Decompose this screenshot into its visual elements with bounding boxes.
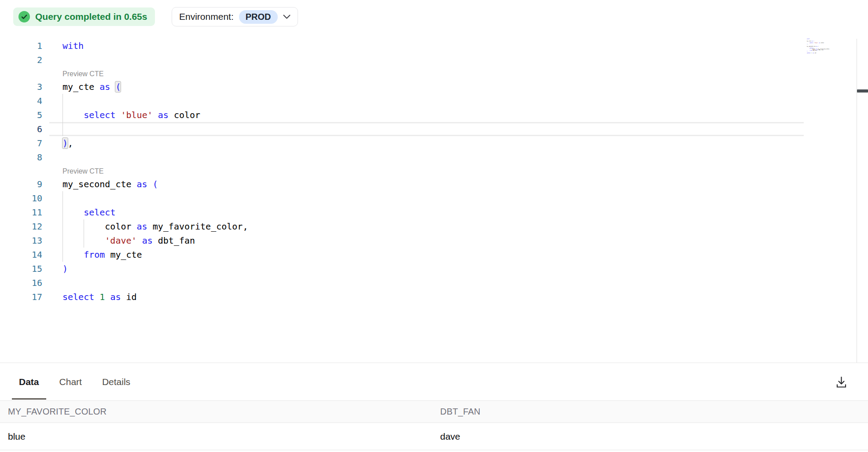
indent-guide bbox=[63, 191, 63, 262]
preview-cte-label: Preview CTE bbox=[49, 164, 804, 177]
code-line-text bbox=[49, 122, 804, 136]
line-number: 16 bbox=[0, 276, 49, 290]
code-line[interactable]: 4 bbox=[0, 94, 804, 108]
line-number: 13 bbox=[0, 233, 49, 248]
top-bar: Query completed in 0.65s Environment: PR… bbox=[0, 0, 868, 39]
environment-value-badge: PROD bbox=[239, 10, 278, 24]
download-icon bbox=[835, 375, 848, 389]
line-number bbox=[0, 67, 49, 80]
line-number: 4 bbox=[0, 94, 49, 108]
tab-chart[interactable]: Chart bbox=[52, 363, 89, 400]
code-line[interactable]: 14 from my_cte bbox=[0, 248, 804, 262]
table-header: MY_FAVORITE_COLORDBT_FAN bbox=[0, 401, 868, 423]
code-line[interactable]: 13 'dave' as dbt_fan bbox=[0, 233, 804, 248]
line-number: 9 bbox=[0, 177, 49, 191]
panel-resize-handle[interactable] bbox=[857, 89, 868, 93]
code-line[interactable]: 9my_second_cte as ( bbox=[0, 177, 804, 191]
code-line-text bbox=[49, 191, 804, 205]
code-line-text: my_cte as ( bbox=[49, 80, 804, 94]
code-editor[interactable]: 1with2Preview CTE3my_cte as (45 select '… bbox=[0, 39, 868, 363]
editor-rows: 1with2Preview CTE3my_cte as (45 select '… bbox=[0, 39, 804, 304]
code-line[interactable]: 5 select 'blue' as color bbox=[0, 108, 804, 122]
sql-ide: Query completed in 0.65s Environment: PR… bbox=[0, 0, 868, 452]
code-line[interactable]: 11 select bbox=[0, 205, 804, 219]
preview-cte-label: Preview CTE bbox=[49, 67, 804, 80]
code-line-text: ), bbox=[49, 136, 804, 150]
code-line-text: 'dave' as dbt_fan bbox=[49, 233, 804, 248]
panel-divider bbox=[857, 39, 857, 363]
table-cell: blue bbox=[0, 423, 432, 450]
table-row: bluedave bbox=[0, 423, 868, 450]
code-line-text: ) bbox=[49, 262, 804, 276]
minimap-line: select 1 as id bbox=[807, 53, 855, 54]
indent-guide bbox=[84, 219, 84, 248]
column-header: DBT_FAN bbox=[432, 401, 868, 423]
code-line[interactable]: 17select 1 as id bbox=[0, 290, 804, 304]
code-line[interactable]: 7), bbox=[0, 136, 804, 150]
code-line-text: select 'blue' as color bbox=[49, 108, 804, 122]
code-line[interactable]: 15) bbox=[0, 262, 804, 276]
line-number: 10 bbox=[0, 191, 49, 205]
minimap[interactable]: withmy_cte as ( select 'blue' as color),… bbox=[807, 39, 855, 363]
code-line[interactable]: 16 bbox=[0, 276, 804, 290]
table-cell: dave bbox=[432, 423, 868, 450]
line-number: 5 bbox=[0, 108, 49, 122]
results-panel: DataChartDetails MY_FAVORITE_COLORDBT_FA… bbox=[0, 363, 868, 452]
line-number: 14 bbox=[0, 248, 49, 262]
download-button[interactable] bbox=[833, 374, 850, 390]
environment-select[interactable]: Environment: PROD bbox=[172, 7, 298, 26]
chevron-down-icon bbox=[283, 15, 291, 19]
results-table: MY_FAVORITE_COLORDBT_FAN bluedave bbox=[0, 400, 868, 450]
code-line-text: color as my_favorite_color, bbox=[49, 219, 804, 233]
status-badge: Query completed in 0.65s bbox=[13, 7, 155, 26]
line-number: 8 bbox=[0, 150, 49, 164]
code-line-text: with bbox=[49, 39, 804, 53]
preview-cte-widget[interactable]: Preview CTE bbox=[0, 67, 804, 80]
code-line-text: select 1 as id bbox=[49, 290, 804, 304]
column-header: MY_FAVORITE_COLOR bbox=[0, 401, 432, 423]
line-number: 11 bbox=[0, 205, 49, 219]
code-line[interactable]: 6 bbox=[0, 122, 804, 136]
line-number: 2 bbox=[0, 53, 49, 67]
indent-guide bbox=[63, 94, 63, 136]
line-number bbox=[0, 164, 49, 177]
line-number: 17 bbox=[0, 290, 49, 304]
status-text: Query completed in 0.65s bbox=[35, 11, 147, 22]
code-line[interactable]: 10 bbox=[0, 191, 804, 205]
code-line[interactable]: 1with bbox=[0, 39, 804, 53]
code-line-text bbox=[49, 53, 804, 67]
code-line[interactable]: 12 color as my_favorite_color, bbox=[0, 219, 804, 233]
code-line[interactable]: 2 bbox=[0, 53, 804, 67]
results-tabs: DataChartDetails bbox=[0, 363, 868, 400]
preview-cte-widget[interactable]: Preview CTE bbox=[0, 164, 804, 177]
line-number: 1 bbox=[0, 39, 49, 53]
code-line[interactable]: 3my_cte as ( bbox=[0, 80, 804, 94]
code-line-text: my_second_cte as ( bbox=[49, 177, 804, 191]
line-number: 6 bbox=[0, 122, 49, 136]
tab-data[interactable]: Data bbox=[12, 363, 46, 400]
line-number: 3 bbox=[0, 80, 49, 94]
check-circle-icon bbox=[18, 11, 30, 22]
code-line-text: select bbox=[49, 205, 804, 219]
table-body: bluedave bbox=[0, 423, 868, 450]
line-number: 12 bbox=[0, 219, 49, 233]
line-number: 15 bbox=[0, 262, 49, 276]
code-line-text bbox=[49, 94, 804, 108]
code-line-text bbox=[49, 150, 804, 164]
line-number: 7 bbox=[0, 136, 49, 150]
tab-details[interactable]: Details bbox=[95, 363, 137, 400]
code-line-text bbox=[49, 276, 804, 290]
environment-label: Environment: bbox=[179, 11, 234, 22]
code-line[interactable]: 8 bbox=[0, 150, 804, 164]
code-line-text: from my_cte bbox=[49, 248, 804, 262]
